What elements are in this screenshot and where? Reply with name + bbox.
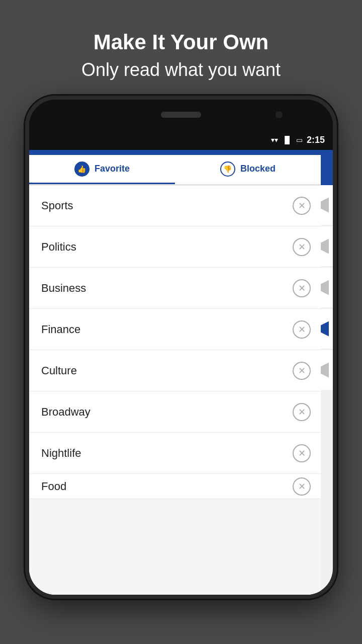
blocked-tab-icon: 👎 <box>220 162 235 177</box>
topic-item-sports[interactable]: Sports ✕ <box>29 185 321 226</box>
topic-item-business[interactable]: Business ✕ <box>29 268 321 309</box>
phone-speaker <box>161 112 201 118</box>
tab-bar: 👍 Favorite 👎 Blocked <box>29 155 321 185</box>
tab-blocked-label: Blocked <box>240 164 276 174</box>
phone-camera <box>276 111 283 118</box>
promo-subtitle: Only read what you want <box>81 59 281 80</box>
topic-name-culture: Culture <box>41 364 77 377</box>
remove-sports-button[interactable]: ✕ <box>293 197 311 215</box>
remove-politics-button[interactable]: ✕ <box>293 238 311 256</box>
topic-item-finance[interactable]: Finance ✕ <box>29 309 321 350</box>
wifi-icon: ▾▾ <box>271 136 278 144</box>
signal-icon: ▐▌ <box>282 136 292 144</box>
promo-title: Make It Your Own <box>81 30 281 54</box>
favorite-tab-icon: 👍 <box>74 162 89 177</box>
topic-name-food: Food <box>41 480 66 493</box>
tab-blocked[interactable]: 👎 Blocked <box>175 155 321 184</box>
remove-culture-button[interactable]: ✕ <box>293 362 311 380</box>
topic-item-culture[interactable]: Culture ✕ <box>29 350 321 391</box>
topic-name-business: Business <box>41 282 86 295</box>
topic-item-food-partial[interactable]: Food ✕ <box>29 474 321 499</box>
topic-name-politics: Politics <box>41 240 76 254</box>
topic-item-politics[interactable]: Politics ✕ <box>29 226 321 268</box>
topic-item-broadway[interactable]: Broadway ✕ <box>29 391 321 433</box>
topic-name-sports: Sports <box>41 199 73 212</box>
topic-list: Sports ✕ Politics ✕ Business ✕ Finance ✕… <box>29 185 321 599</box>
remove-nightlife-button[interactable]: ✕ <box>293 444 311 462</box>
topic-name-nightlife: Nightlife <box>41 447 81 460</box>
remove-business-button[interactable]: ✕ <box>293 279 311 297</box>
remove-finance-button[interactable]: ✕ <box>293 320 311 339</box>
topic-name-broadway: Broadway <box>41 406 90 419</box>
battery-icon: ▭ <box>296 136 303 144</box>
topic-name-finance: Finance <box>41 323 80 336</box>
remove-food-button[interactable]: ✕ <box>293 477 311 496</box>
edit-topics-dialog: 👍 Favorite 👎 Blocked Sports ✕ Politics ✕… <box>29 155 321 599</box>
phone-shell: ▾▾ ▐▌ ▭ 2:15 Edit your topics S ⋮ ...ek … <box>25 96 337 599</box>
tab-favorite[interactable]: 👍 Favorite <box>29 155 175 184</box>
promo-header: Make It Your Own Only read what you want <box>81 30 281 80</box>
status-bar: ▾▾ ▐▌ ▭ 2:15 <box>29 130 333 150</box>
tab-favorite-label: Favorite <box>95 164 130 174</box>
phone-top-bezel <box>29 100 333 130</box>
remove-broadway-button[interactable]: ✕ <box>293 403 311 421</box>
status-time: 2:15 <box>307 135 325 145</box>
topic-item-nightlife[interactable]: Nightlife ✕ <box>29 433 321 474</box>
